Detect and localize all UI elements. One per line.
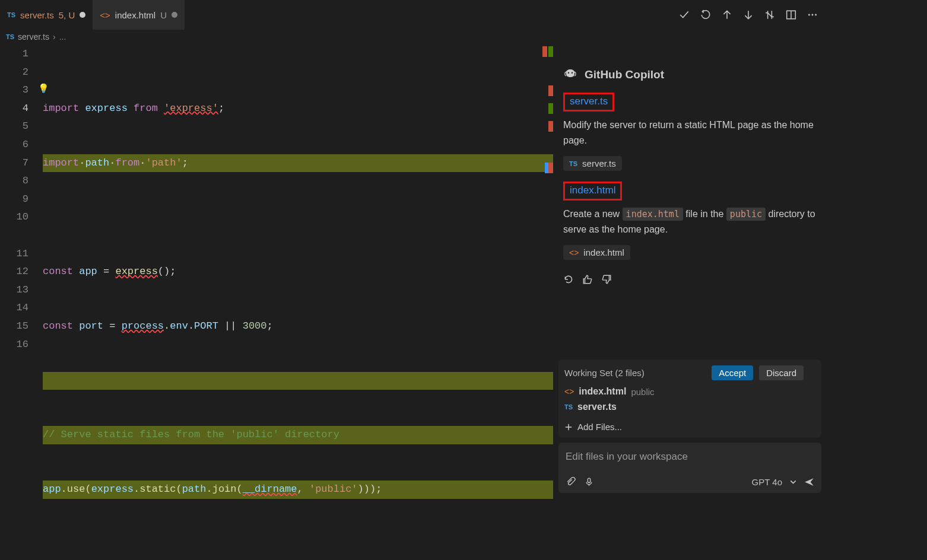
code-editor[interactable]: 1 2 3 4 5 6 7 8 9 10 11 12 13 14 15 16 💡 [0, 44, 553, 499]
working-set-file[interactable]: <> index.html public [564, 386, 815, 397]
split-editor-icon[interactable] [786, 9, 796, 20]
undo-icon[interactable] [700, 9, 711, 20]
svg-point-2 [812, 14, 814, 16]
editor-pane: TS server.ts › ... 1 2 3 4 5 6 7 8 9 10 … [0, 30, 553, 499]
tab-status-suffix: U [160, 10, 167, 20]
arrow-down-icon[interactable] [743, 9, 754, 20]
dirty-indicator-icon[interactable] [172, 12, 177, 18]
chat-input[interactable]: Edit files in your workspace GPT 4o [558, 443, 821, 493]
attach-icon[interactable] [566, 477, 576, 487]
working-set: Working Set (2 files) Accept Discard <> … [558, 359, 821, 438]
typescript-icon: TS [564, 403, 573, 411]
microphone-icon[interactable] [584, 477, 594, 487]
chevron-right-icon: › [53, 32, 56, 42]
link-index-html[interactable]: index.html [563, 182, 622, 201]
accept-icon[interactable] [679, 9, 690, 20]
code-content[interactable]: 💡 import express from 'express'; import·… [43, 44, 553, 499]
typescript-icon: TS [6, 33, 14, 40]
svg-point-3 [815, 14, 817, 16]
send-icon[interactable] [804, 477, 814, 487]
minimap-overview[interactable] [542, 44, 553, 499]
editor-toolbar [671, 9, 826, 20]
html-icon: <> [100, 10, 110, 20]
add-files-button[interactable]: Add Files... [564, 422, 815, 432]
copilot-title: GitHub Copilot [563, 68, 817, 82]
model-selector[interactable]: GPT 4o [752, 477, 782, 487]
html-icon: <> [569, 248, 579, 257]
working-set-file[interactable]: TS server.ts [564, 402, 815, 412]
line-number-gutter: 1 2 3 4 5 6 7 8 9 10 11 12 13 14 15 16 [0, 44, 43, 499]
typescript-icon: TS [7, 11, 15, 18]
file-chip-index[interactable]: <> index.html [563, 245, 630, 260]
tab-filename: server.ts [20, 10, 54, 20]
dirty-indicator-icon[interactable] [80, 12, 85, 18]
editor-tabs: TS server.ts 5, U <> index.html U [0, 0, 826, 30]
compare-icon[interactable] [764, 9, 775, 20]
tab-status-suffix: 5, U [59, 10, 75, 20]
html-icon: <> [564, 387, 574, 396]
tab-filename: index.html [115, 10, 155, 20]
tab-server-ts[interactable]: TS server.ts 5, U [0, 0, 93, 30]
copilot-body: GitHub Copilot server.ts Modify the serv… [554, 59, 826, 359]
copilot-description: Modify the server to return a static HTM… [563, 117, 817, 148]
breadcrumb[interactable]: TS server.ts › ... [0, 30, 553, 44]
copilot-toolbar [554, 30, 826, 59]
more-icon[interactable] [807, 9, 818, 20]
breadcrumb-file: server.ts [18, 32, 49, 42]
arrow-up-icon[interactable] [722, 9, 732, 20]
chat-placeholder: Edit files in your workspace [566, 451, 814, 463]
title-bar: TS server.ts 5, U <> index.html U [0, 0, 826, 30]
thumbs-down-icon[interactable] [601, 274, 612, 285]
accept-button[interactable]: Accept [712, 365, 753, 380]
copilot-panel: GitHub Copilot server.ts Modify the serv… [553, 30, 826, 499]
link-server-ts[interactable]: server.ts [563, 93, 614, 112]
tab-index-html[interactable]: <> index.html U [93, 0, 185, 30]
copilot-description: Create a new index.html file in the publ… [563, 206, 817, 237]
file-chip-server[interactable]: TS server.ts [563, 156, 622, 171]
discard-button[interactable]: Discard [759, 365, 804, 380]
lightbulb-icon[interactable]: 💡 [38, 81, 49, 99]
svg-point-1 [808, 14, 810, 16]
typescript-icon: TS [569, 160, 577, 167]
refresh-icon[interactable] [563, 274, 574, 285]
svg-rect-9 [588, 478, 590, 482]
thumbs-up-icon[interactable] [582, 274, 593, 285]
feedback-row [563, 274, 817, 285]
chevron-down-icon[interactable] [788, 477, 798, 487]
copilot-icon [563, 68, 577, 82]
breadcrumb-more: ... [59, 32, 66, 42]
working-set-title: Working Set (2 files) [564, 368, 645, 378]
